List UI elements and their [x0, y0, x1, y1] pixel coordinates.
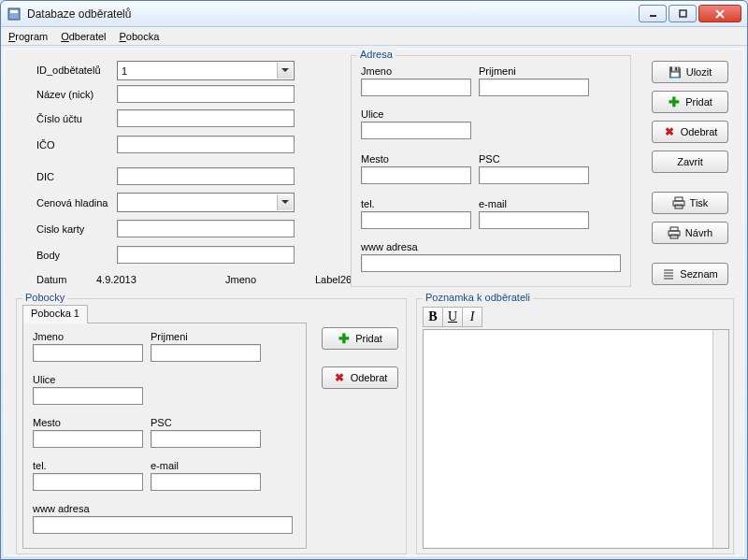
- pobocka-www-input[interactable]: [33, 516, 293, 534]
- svg-rect-3: [680, 10, 686, 17]
- pobocka-odebrat-button[interactable]: ✖ Odebrat: [322, 366, 398, 389]
- svg-rect-0: [8, 8, 20, 20]
- ico-input[interactable]: [117, 136, 295, 153]
- seznam-button[interactable]: Seznam: [652, 263, 728, 285]
- menu-odberatel[interactable]: Odberatel: [61, 31, 106, 42]
- body-label: Body: [36, 250, 60, 261]
- pobocka-tel-input[interactable]: [33, 473, 143, 491]
- body-input[interactable]: [117, 246, 295, 264]
- content-area: ID_odbětatelů 1 Název (nick) Číslo účtu …: [4, 49, 744, 556]
- tisk-button[interactable]: Tisk: [652, 192, 728, 214]
- poznamka-legend: Poznamka k odběrateli: [423, 292, 533, 303]
- menu-pobocka[interactable]: Pobocka: [120, 31, 160, 42]
- pobocka-ulice-label: Ulice: [33, 374, 55, 385]
- print-icon: [672, 196, 685, 209]
- format-toolbar: B U I: [423, 307, 482, 327]
- pobocky-group: Pobocky Pobocka 1 Jmeno Prijmeni Ulice M…: [16, 298, 407, 554]
- cislo-uctu-input[interactable]: [117, 109, 295, 127]
- adresa-prijmeni-label: Prijmeni: [479, 65, 516, 77]
- id-odberatelu-select[interactable]: 1: [117, 61, 295, 80]
- pobocka-mesto-input[interactable]: [33, 430, 143, 448]
- adresa-email-label: e-mail: [479, 198, 507, 209]
- adresa-psc-input[interactable]: [479, 166, 589, 184]
- adresa-tel-input[interactable]: [361, 211, 471, 229]
- italic-button[interactable]: I: [462, 307, 482, 327]
- app-icon: [7, 7, 22, 22]
- menubar: Program Odberatel Pobocka: [1, 27, 747, 46]
- navrh-button[interactable]: Návrh: [652, 222, 728, 244]
- titlebar: Databaze odběratelů: [1, 1, 747, 27]
- menu-program[interactable]: Program: [8, 31, 48, 42]
- plus-icon: ✚: [338, 332, 351, 345]
- adresa-prijmeni-input[interactable]: [479, 79, 589, 96]
- pridat-button[interactable]: ✚ Pridat: [652, 91, 728, 113]
- cenova-hladina-select[interactable]: [117, 193, 295, 212]
- bold-button[interactable]: B: [423, 307, 443, 327]
- adresa-jmeno-input[interactable]: [361, 79, 471, 96]
- pobocka-email-label: e-mail: [151, 460, 179, 471]
- pobocka-prijmeni-label: Prijmeni: [151, 331, 188, 342]
- pobocka-mesto-label: Mesto: [33, 417, 61, 428]
- underline-button[interactable]: U: [442, 307, 463, 327]
- adresa-mesto-label: Mesto: [361, 153, 389, 165]
- pobocka-psc-input[interactable]: [151, 430, 261, 448]
- ulozit-button[interactable]: 💾 Ulozit: [652, 61, 728, 83]
- dic-input[interactable]: [117, 167, 295, 185]
- pobocky-legend: Pobocky: [22, 292, 67, 303]
- pobocka-tab-pane: Jmeno Prijmeni Ulice Mesto PSC tel. e-ma…: [22, 323, 307, 549]
- list-icon: [662, 267, 675, 280]
- datum-label: Datum: [36, 274, 66, 285]
- odebrat-button[interactable]: ✖ Odebrat: [652, 121, 728, 143]
- pobocka-prijmeni-input[interactable]: [151, 344, 261, 362]
- pobocka-ulice-input[interactable]: [33, 387, 143, 405]
- nazev-input[interactable]: [117, 85, 295, 103]
- svg-rect-6: [675, 197, 683, 201]
- adresa-email-input[interactable]: [479, 211, 589, 229]
- adresa-ulice-input[interactable]: [361, 122, 471, 139]
- svg-rect-9: [670, 227, 678, 231]
- poznamka-textarea[interactable]: [423, 329, 729, 549]
- pobocka-email-input[interactable]: [151, 473, 261, 491]
- ico-label: IČO: [36, 139, 55, 151]
- minimize-button[interactable]: [639, 5, 667, 22]
- zavrit-button[interactable]: Zavrit: [652, 151, 728, 173]
- datum-value: 4.9.2013: [96, 274, 137, 285]
- adresa-www-label: www adresa: [361, 241, 418, 252]
- cislo-karty-input[interactable]: [117, 220, 295, 237]
- pobocka-www-label: www adresa: [33, 503, 90, 514]
- nazev-label: Název (nick): [36, 89, 94, 100]
- adresa-legend: Adresa: [357, 49, 396, 60]
- adresa-ulice-label: Ulice: [361, 108, 383, 120]
- adresa-www-input[interactable]: [361, 254, 621, 272]
- adresa-tel-label: tel.: [361, 198, 375, 209]
- main-window: Databaze odběratelů Program Odberatel Po…: [0, 0, 748, 560]
- adresa-group: Adresa Jmeno Prijmeni Ulice Mesto PSC te…: [351, 55, 631, 287]
- svg-rect-1: [10, 10, 18, 13]
- x-icon: ✖: [663, 125, 676, 138]
- adresa-jmeno-label: Jmeno: [361, 65, 392, 77]
- dic-label: DIC: [36, 171, 54, 182]
- print-icon: [668, 226, 681, 239]
- maximize-button[interactable]: [669, 5, 697, 22]
- adresa-psc-label: PSC: [479, 153, 500, 165]
- pobocka-tel-label: tel.: [33, 460, 47, 471]
- plus-icon: ✚: [668, 95, 681, 108]
- pobocka-tab-1[interactable]: Pobocka 1: [22, 305, 88, 323]
- pobocka-psc-label: PSC: [151, 417, 172, 428]
- cislo-uctu-label: Číslo účtu: [36, 113, 82, 124]
- adresa-mesto-input[interactable]: [361, 166, 471, 184]
- label26: Label26: [315, 274, 352, 285]
- save-icon: 💾: [669, 65, 682, 79]
- id-odberatelu-label: ID_odbětatelů: [36, 65, 101, 76]
- cislo-karty-label: Cislo karty: [36, 223, 84, 235]
- window-title: Databaze odběratelů: [27, 7, 637, 21]
- x-icon: ✖: [333, 371, 346, 384]
- pobocka-pridat-button[interactable]: ✚ Pridat: [322, 327, 398, 350]
- pobocka-jmeno-label: Jmeno: [33, 331, 64, 342]
- cenova-hladina-label: Cenová hladina: [36, 197, 108, 208]
- poznamka-group: Poznamka k odběrateli B U I: [416, 298, 734, 554]
- pobocka-jmeno-input[interactable]: [33, 344, 143, 362]
- jmeno-static-label: Jmeno: [225, 274, 256, 285]
- close-button[interactable]: [698, 5, 741, 22]
